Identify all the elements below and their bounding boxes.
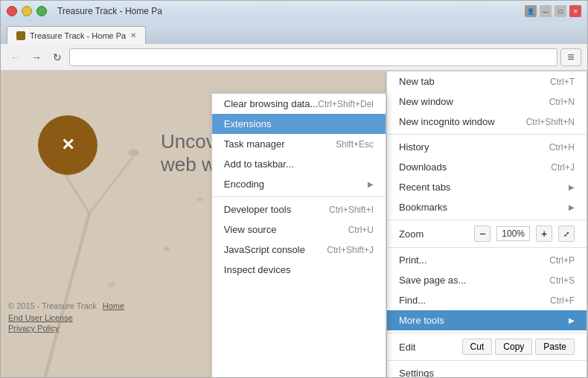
submenu-task-manager-label: Task manager xyxy=(224,138,285,150)
footer-eula-link[interactable]: End User License xyxy=(8,313,124,322)
chrome-menu-btn[interactable]: ≡ xyxy=(560,48,581,66)
menu-downloads-shortcut: Ctrl+J xyxy=(551,162,575,173)
submenu-divider-1 xyxy=(212,196,386,197)
copy-btn[interactable]: Copy xyxy=(495,339,532,355)
edit-row: Edit Cut Copy Paste xyxy=(387,336,587,358)
menu-find-label: Find... xyxy=(399,295,426,306)
menu-item-bookmarks[interactable]: Bookmarks ▶ xyxy=(387,197,587,217)
submenu-item-clear-browsing[interactable]: Clear browsing data... Ctrl+Shift+Del xyxy=(212,94,386,114)
paste-btn[interactable]: Paste xyxy=(535,339,575,355)
menu-save-page-shortcut: Ctrl+S xyxy=(549,275,575,286)
title-user-icon: 👤 xyxy=(525,5,537,17)
submenu-item-inspect-devices[interactable]: Inspect devices xyxy=(212,260,386,280)
zoom-label: Zoom xyxy=(399,228,468,240)
submenu-encoding-label: Encoding xyxy=(224,179,264,190)
menu-item-new-incognito[interactable]: New incognito window Ctrl+Shift+N xyxy=(387,112,587,132)
submenu-item-extensions[interactable]: Extensions xyxy=(212,114,386,134)
window-maximize-icon[interactable] xyxy=(36,6,47,16)
menu-divider-4 xyxy=(387,333,587,333)
menu-item-downloads[interactable]: Downloads Ctrl+J xyxy=(387,157,587,177)
menu-item-settings[interactable]: Settings xyxy=(387,363,587,377)
menu-divider-1 xyxy=(387,134,587,135)
title-close-btn[interactable]: ✕ xyxy=(569,5,581,17)
site-footer: © 2015 - Treasure Track Home End User Li… xyxy=(8,301,124,333)
dropdown-container: Clear browsing data... Ctrl+Shift+Del Ex… xyxy=(211,71,587,377)
address-bar[interactable] xyxy=(69,48,557,66)
svg-point-13 xyxy=(196,197,203,202)
svg-point-5 xyxy=(128,149,139,156)
menu-divider-2 xyxy=(387,220,587,220)
submenu-task-manager-shortcut: Shift+Esc xyxy=(336,139,374,150)
menu-new-incognito-shortcut: Ctrl+Shift+N xyxy=(526,117,575,127)
submenu-item-js-console[interactable]: JavaScript console Ctrl+Shift+J xyxy=(212,240,386,260)
zoom-fullscreen-btn[interactable]: ⤢ xyxy=(558,225,575,242)
menu-more-tools-label: More tools xyxy=(399,315,444,326)
window-title: Treasure Track - Home Pa xyxy=(57,6,162,16)
submenu-encoding-arrow: ▶ xyxy=(368,180,374,188)
menu-item-more-tools[interactable]: More tools ▶ xyxy=(387,310,587,330)
window-close-icon[interactable] xyxy=(7,6,17,16)
tab-label: Treasure Track - Home Pa xyxy=(30,31,126,40)
submenu-js-console-label: JavaScript console xyxy=(224,244,305,255)
menu-item-recent-tabs[interactable]: Recent tabs ▶ xyxy=(387,177,587,197)
submenu-view-source-shortcut: Ctrl+U xyxy=(348,225,374,235)
menu-history-label: History xyxy=(399,141,429,153)
menu-history-shortcut: Ctrl+H xyxy=(549,142,575,153)
menu-new-tab-label: New tab xyxy=(399,76,435,87)
submenu-extensions-label: Extensions xyxy=(224,118,272,129)
footer-privacy-link[interactable]: Privacy Policy xyxy=(8,324,124,333)
svg-line-0 xyxy=(45,214,89,377)
menu-item-history[interactable]: History Ctrl+H xyxy=(387,137,587,157)
tab-close-btn[interactable]: ✕ xyxy=(130,31,136,39)
submenu-dev-tools-shortcut: Ctrl+Shift+I xyxy=(329,205,374,215)
forward-btn[interactable]: → xyxy=(28,48,45,66)
menu-item-new-tab[interactable]: New tab Ctrl+T xyxy=(387,71,587,92)
footer-copyright: © 2015 - Treasure Track xyxy=(8,301,97,310)
title-minimize-btn[interactable]: — xyxy=(540,5,552,17)
zoom-row: Zoom − 100% + ⤢ xyxy=(387,222,587,245)
menu-settings-label: Settings xyxy=(399,368,434,377)
menu-item-new-window[interactable]: New window Ctrl+N xyxy=(387,92,587,112)
zoom-minus-btn[interactable]: − xyxy=(474,225,490,242)
tab-bar: Treasure Track - Home Pa ✕ xyxy=(1,22,587,44)
menu-item-print[interactable]: Print... Ctrl+P xyxy=(387,250,587,270)
submenu-js-console-shortcut: Ctrl+Shift+J xyxy=(327,245,374,255)
submenu-inspect-devices-label: Inspect devices xyxy=(224,264,291,275)
title-maximize-btn[interactable]: □ xyxy=(555,5,566,17)
zoom-plus-btn[interactable]: + xyxy=(536,225,552,242)
menu-downloads-label: Downloads xyxy=(399,161,447,173)
content-area: ✕ Uncover the web with Tre © 2015 - Trea… xyxy=(1,71,587,377)
submenu-item-view-source[interactable]: View source Ctrl+U xyxy=(212,220,386,240)
menu-find-shortcut: Ctrl+F xyxy=(550,295,575,306)
browser-menu: New tab Ctrl+T New window Ctrl+N New inc… xyxy=(386,71,587,377)
submenu-item-encoding[interactable]: Encoding ▶ xyxy=(212,174,386,194)
menu-item-save-page[interactable]: Save page as... Ctrl+S xyxy=(387,270,587,290)
more-tools-submenu: Clear browsing data... Ctrl+Shift+Del Ex… xyxy=(211,93,386,377)
submenu-clear-browsing-label: Clear browsing data... xyxy=(224,98,318,109)
menu-bookmarks-arrow: ▶ xyxy=(569,203,575,211)
window-minimize-icon[interactable] xyxy=(22,6,32,16)
toolbar: ← → ↻ ≡ xyxy=(1,44,587,71)
menu-item-find[interactable]: Find... Ctrl+F xyxy=(387,290,587,310)
cut-btn[interactable]: Cut xyxy=(462,339,493,355)
menu-new-window-label: New window xyxy=(399,96,453,107)
tab-favicon xyxy=(16,31,25,40)
zoom-percent: 100% xyxy=(496,226,530,241)
reload-btn[interactable]: ↻ xyxy=(48,48,66,66)
submenu-item-dev-tools[interactable]: Developer tools Ctrl+Shift+I xyxy=(212,199,386,220)
footer-home-link[interactable]: Home xyxy=(103,301,124,310)
browser-tab[interactable]: Treasure Track - Home Pa ✕ xyxy=(7,26,146,44)
back-btn[interactable]: ← xyxy=(7,48,25,66)
edit-label: Edit xyxy=(399,342,459,353)
title-bar: Treasure Track - Home Pa 👤 — □ ✕ xyxy=(1,1,587,22)
menu-save-page-label: Save page as... xyxy=(399,275,466,286)
svg-line-2 xyxy=(89,156,133,214)
menu-new-incognito-label: New incognito window xyxy=(399,116,495,127)
menu-more-tools-arrow: ▶ xyxy=(569,316,575,324)
svg-line-3 xyxy=(67,178,89,214)
submenu-dev-tools-label: Developer tools xyxy=(224,204,291,215)
submenu-add-taskbar-label: Add to taskbar... xyxy=(224,158,294,170)
submenu-item-task-manager[interactable]: Task manager Shift+Esc xyxy=(212,134,386,154)
menu-new-window-shortcut: Ctrl+N xyxy=(549,97,575,107)
submenu-item-add-taskbar[interactable]: Add to taskbar... xyxy=(212,154,386,174)
